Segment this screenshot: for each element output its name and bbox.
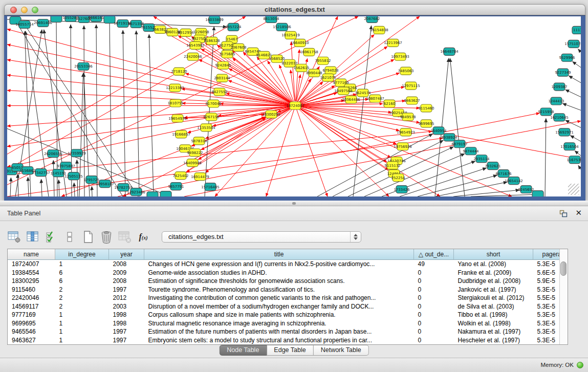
graph-node[interactable]: 10807487 bbox=[366, 95, 384, 102]
graph-node[interactable]: 11353504 bbox=[197, 124, 215, 132]
graph-node[interactable]: 9115132 bbox=[384, 162, 400, 169]
graph-edge[interactable] bbox=[84, 26, 84, 196]
graph-node[interactable]: 16648784 bbox=[440, 48, 459, 55]
graph-node[interactable] bbox=[147, 192, 158, 196]
graph-node[interactable]: 9463627 bbox=[404, 97, 420, 104]
graph-node[interactable]: 1145191 bbox=[50, 169, 66, 177]
graph-node[interactable]: 7932621 bbox=[485, 162, 500, 170]
graph-node[interactable]: 12213363 bbox=[166, 84, 184, 92]
column-header-out_de[interactable]: △ out_de... bbox=[414, 249, 454, 260]
graph-edge[interactable] bbox=[74, 183, 75, 196]
column-header-title[interactable]: title bbox=[144, 249, 414, 260]
memory-status-indicator[interactable] bbox=[577, 362, 583, 368]
select-all-icon[interactable] bbox=[43, 229, 59, 245]
graph-node[interactable]: 9474444 bbox=[463, 147, 479, 155]
graph-edge[interactable] bbox=[569, 76, 581, 83]
graph-node[interactable]: 2367608 bbox=[230, 43, 246, 51]
table-row[interactable]: 946362711997Embryonic stem cells: a mode… bbox=[8, 336, 568, 345]
graph-node[interactable]: 10325419 bbox=[281, 31, 300, 39]
graph-node[interactable]: 1562615 bbox=[293, 64, 309, 72]
graph-node[interactable]: 8170046 bbox=[205, 100, 221, 107]
graph-node[interactable]: 9699695 bbox=[418, 120, 434, 127]
graph-node[interactable]: 20153346 bbox=[74, 62, 93, 70]
graph-node[interactable]: 16640910 bbox=[291, 39, 309, 47]
graph-node[interactable]: 22420046 bbox=[184, 53, 202, 60]
graph-node[interactable]: 19166857 bbox=[172, 130, 190, 138]
graph-node[interactable]: 20364486 bbox=[342, 96, 360, 103]
graph-node[interactable]: 252254 bbox=[391, 174, 405, 182]
graph-node[interactable]: 10654142 bbox=[505, 177, 523, 185]
graph-node[interactable]: 12975115 bbox=[402, 82, 420, 90]
graph-edge[interactable] bbox=[96, 25, 97, 196]
graph-edge[interactable] bbox=[10, 178, 11, 196]
graph-node[interactable]: 9498222 bbox=[187, 149, 203, 157]
graph-edge[interactable] bbox=[110, 19, 112, 196]
split-pane-divider[interactable] bbox=[0, 201, 588, 206]
graph-node[interactable]: 2718120 bbox=[171, 68, 187, 75]
graph-edge[interactable] bbox=[136, 31, 139, 196]
trash-icon[interactable] bbox=[98, 229, 115, 245]
graph-edge[interactable] bbox=[565, 90, 581, 97]
graph-node[interactable]: 1209387 bbox=[551, 83, 567, 91]
graph-node[interactable]: 16409948 bbox=[183, 159, 202, 167]
table-row[interactable]: 1456911722003Disruption of a novel membe… bbox=[8, 302, 568, 311]
network-canvas-svg[interactable]: 1405571420691406105528715276029466161107… bbox=[7, 16, 581, 196]
graph-node[interactable]: 15218506 bbox=[273, 23, 291, 31]
graph-node[interactable]: 93975887 bbox=[57, 162, 75, 170]
graph-node[interactable]: 9849578 bbox=[400, 113, 416, 121]
graph-node[interactable]: 9227349 bbox=[555, 69, 571, 76]
window-titlebar[interactable]: citations_edges.txt bbox=[4, 4, 585, 15]
graph-node[interactable]: 1810755 bbox=[167, 99, 183, 107]
graph-node[interactable]: 9857791 bbox=[168, 183, 184, 190]
graph-node[interactable]: 3175685 bbox=[219, 50, 235, 58]
graph-node[interactable]: 9466161 bbox=[88, 16, 104, 21]
float-panel-icon[interactable] bbox=[559, 210, 568, 217]
graph-node[interactable]: 1117 bbox=[572, 26, 581, 34]
graph-edge[interactable] bbox=[570, 136, 581, 142]
graph-edge[interactable] bbox=[300, 107, 400, 131]
graph-node[interactable] bbox=[160, 191, 171, 196]
graph-node[interactable]: 7955812 bbox=[315, 57, 331, 64]
graph-node[interactable]: 17016504 bbox=[560, 143, 579, 150]
graph-edge[interactable] bbox=[578, 49, 581, 52]
graph-node[interactable]: 2803144 bbox=[214, 74, 230, 82]
show-columns-icon[interactable] bbox=[25, 229, 41, 245]
column-header-short[interactable]: short bbox=[454, 249, 533, 260]
graph-node[interactable]: 8912954 bbox=[178, 29, 194, 36]
graph-node[interactable]: 1621075 bbox=[320, 74, 336, 81]
tab-node-table[interactable]: Node Table bbox=[219, 345, 267, 356]
graph-node[interactable]: 8427552 bbox=[211, 88, 227, 96]
graph-node[interactable]: 5878314 bbox=[191, 137, 207, 145]
tab-edge-table[interactable]: Edge Table bbox=[267, 345, 313, 356]
graph-node[interactable]: 9115460 bbox=[418, 104, 434, 112]
graph-node[interactable]: 7485063 bbox=[398, 67, 413, 75]
graph-node[interactable]: 16154838 bbox=[370, 26, 388, 34]
table-scrollbar[interactable] bbox=[559, 249, 568, 344]
graph-node[interactable] bbox=[51, 16, 62, 22]
table-row[interactable]: 977716911998Corpus callosum shape and si… bbox=[8, 311, 568, 319]
graph-node[interactable]: 15692971 bbox=[555, 128, 574, 136]
graph-node[interactable]: 8186328 bbox=[204, 37, 220, 45]
graph-node[interactable]: 2087682 bbox=[364, 16, 380, 23]
graph-edge[interactable] bbox=[41, 179, 42, 196]
graph-node[interactable]: 16914479 bbox=[191, 173, 209, 181]
close-panel-icon[interactable]: ✕ bbox=[575, 208, 582, 217]
graph-edge[interactable] bbox=[71, 25, 72, 196]
graph-node[interactable] bbox=[532, 191, 543, 196]
graph-edge[interactable] bbox=[400, 168, 487, 196]
graph-node[interactable]: 17359929 bbox=[68, 149, 86, 157]
graph-node[interactable]: 26206556 bbox=[44, 150, 62, 158]
table-row[interactable]: 2242004622012Investigating the contribut… bbox=[8, 294, 568, 302]
graph-edge[interactable] bbox=[7, 60, 295, 106]
column-header-in_degree[interactable]: in_degree bbox=[55, 249, 109, 260]
graph-node[interactable]: 15751074 bbox=[564, 40, 581, 48]
graph-node[interactable]: 7857224 bbox=[225, 23, 242, 31]
graph-node[interactable]: 62160 bbox=[384, 100, 395, 107]
graph-edge[interactable] bbox=[299, 108, 391, 158]
table-row[interactable]: 969969511998Structural magnetic resonanc… bbox=[8, 319, 568, 328]
window-resize-grip[interactable] bbox=[568, 184, 579, 195]
graph-edge[interactable] bbox=[299, 108, 393, 174]
graph-edge[interactable] bbox=[575, 150, 581, 156]
graph-edge[interactable] bbox=[92, 186, 92, 196]
graph-edge[interactable] bbox=[291, 42, 295, 101]
